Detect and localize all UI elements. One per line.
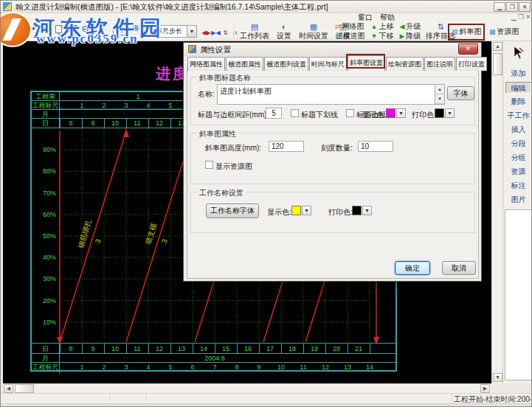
toolbar-stack-1-0[interactable]: ▲上移: [371, 21, 394, 31]
zoom-out-icon[interactable]: ⊖: [79, 24, 91, 35]
app-window: 翰文进度计划编制(横道图版) - [E:\翰文软件\翰文进度计划编制16.7.1…: [0, 0, 532, 407]
ruler-number-bottom: 7: [210, 363, 220, 372]
project-time-status: 工程开始-结束时间:2004/8/8-20: [454, 394, 531, 403]
month-value: 2004.8: [193, 355, 237, 363]
day-cell-bottom: 19: [303, 345, 325, 353]
work-print-color-swatch[interactable]: [352, 206, 362, 215]
ruler-step-combo[interactable]: 标尺步长 ▼: [153, 25, 197, 38]
minimize-button[interactable]: ▁: [494, 2, 505, 12]
dialog-tab-3[interactable]: 时间与标尺: [309, 57, 347, 71]
window-title: 翰文进度计划编制(横道图版) - [E:\翰文软件\翰文进度计划编制16.7.1…: [15, 2, 328, 13]
show-resource-checkbox[interactable]: [205, 161, 213, 169]
sidebar-item-图片[interactable]: 图片: [505, 194, 531, 206]
work-name-font-button[interactable]: 工作名称字体: [206, 204, 259, 218]
stack-icon: ⇄: [335, 23, 341, 30]
scroll-left-icon[interactable]: ◀: [4, 384, 13, 393]
dialog-title-bar[interactable]: 属性设置: [184, 43, 481, 56]
zoom-scale-button[interactable]: 1:1: [113, 26, 126, 35]
toolbar-button-0[interactable]: ▤工作列表: [237, 22, 272, 40]
scroll-up-icon[interactable]: ▲: [493, 42, 502, 51]
dialog-close-button[interactable]: ✕: [458, 44, 478, 55]
vertical-scrollbar[interactable]: ▲ ▼: [491, 41, 502, 383]
mdi-minimize-icon[interactable]: ▁: [511, 13, 517, 21]
copy-icon[interactable]: [54, 24, 66, 35]
chart-name-input[interactable]: 进度计划斜率图: [217, 84, 435, 105]
name-spinner[interactable]: ▲▼: [435, 84, 445, 105]
dialog-tab-0[interactable]: 网络图属性: [187, 57, 225, 71]
dialog-tab-5[interactable]: 绘制资源图: [386, 57, 424, 71]
week-value: 1: [134, 93, 142, 101]
display-color-dropdown-icon[interactable]: ▼: [396, 108, 406, 118]
spinner-down-icon[interactable]: ▼: [435, 94, 444, 104]
sidebar-item-插入[interactable]: 插入: [505, 124, 531, 136]
print-icon[interactable]: [16, 24, 29, 35]
sidebar-item-分组[interactable]: 分组: [505, 152, 531, 164]
undo-icon[interactable]: ↶: [29, 24, 41, 35]
spinner-up-icon[interactable]: ▲: [435, 85, 444, 94]
close-button[interactable]: ✕: [519, 2, 531, 12]
work-print-color-dropdown-icon[interactable]: ▼: [362, 206, 372, 215]
day-cell-bottom: 10: [104, 345, 126, 353]
select-cursor-icon[interactable]: [512, 46, 525, 63]
sidebar-item-标注[interactable]: 标注: [505, 180, 531, 192]
scroll-down-icon[interactable]: ▼: [493, 373, 502, 382]
stack-icon: ▶: [399, 32, 404, 40]
align-icon-0[interactable]: ◀▶: [201, 27, 211, 39]
align-icon-2[interactable]: ⇅: [221, 27, 230, 39]
toolbar-stack-1-1[interactable]: ▼下移: [371, 31, 394, 41]
display-color-swatch[interactable]: [386, 108, 395, 118]
sidebar-item-删除[interactable]: 删除: [505, 96, 531, 108]
work-display-color-dropdown-icon[interactable]: ▼: [302, 206, 311, 215]
ok-button[interactable]: 确定: [395, 261, 430, 275]
sidebar-item-子工作[interactable]: 子工作: [505, 110, 531, 122]
maximize-button[interactable]: ❐: [506, 2, 518, 12]
sidebar-item-编辑[interactable]: 编辑: [505, 82, 531, 94]
work-print-color-label: 打印色:: [328, 207, 353, 218]
title-underline-label: 标题下划线: [301, 110, 338, 120]
toolbar-stack-2-0[interactable]: ◀升级: [399, 21, 421, 31]
print-color-swatch[interactable]: [435, 108, 444, 118]
dialog-tab-2[interactable]: 横道图列设置: [264, 57, 308, 71]
work-display-color-swatch[interactable]: [291, 206, 301, 215]
title-underline-checkbox[interactable]: [291, 109, 299, 117]
day-cell-bottom: 17: [259, 345, 281, 353]
chart-height-input[interactable]: 120: [269, 141, 304, 152]
dialog-tab-1[interactable]: 横道图属性: [226, 57, 263, 71]
mdi-restore-icon[interactable]: ❐: [518, 13, 524, 21]
toolbar-file-icons: ↶↷⊖: [4, 24, 91, 37]
paste-icon[interactable]: [66, 24, 79, 35]
toolbar-button-2[interactable]: ▦时间设置: [296, 22, 331, 40]
new-file-icon[interactable]: [4, 24, 16, 35]
scroll-right-icon[interactable]: ▶: [480, 384, 490, 393]
sidebar-item-分段[interactable]: 分段: [505, 138, 531, 150]
spacing-input[interactable]: 5: [266, 108, 282, 119]
percent-label: 80%: [32, 167, 56, 175]
title-border-checkbox[interactable]: [346, 109, 354, 117]
toolbar-button-1[interactable]: ◐设置: [274, 22, 294, 40]
ruler-number-bottom: 8: [232, 363, 242, 372]
sidebar-item-添加[interactable]: 添加: [505, 68, 531, 80]
vertical-scroll-thumb[interactable]: [493, 53, 502, 75]
zoom-in-icon[interactable]: ⊕: [129, 23, 142, 35]
horizontal-scroll-thumb[interactable]: [15, 384, 34, 393]
cancel-button[interactable]: 取消: [442, 261, 476, 275]
scale-count-input[interactable]: 10: [358, 141, 393, 152]
align-icon-1[interactable]: ▶◀: [211, 27, 221, 39]
title-font-button[interactable]: 字体: [447, 86, 474, 100]
dialog-tab-6[interactable]: 图注说明: [424, 57, 455, 71]
menu-help[interactable]: 帮助: [378, 13, 397, 21]
horizontal-scrollbar[interactable]: ◀ ▶: [3, 383, 491, 393]
toolbar-stack-0-1[interactable]: ▥横道图: [335, 31, 365, 41]
menu-window[interactable]: 窗口: [356, 13, 375, 21]
redo-icon[interactable]: ↷: [41, 24, 54, 35]
toolbar-stack-2-1[interactable]: ▶降级: [399, 31, 421, 41]
print-color-dropdown-icon[interactable]: ▼: [445, 108, 455, 118]
toolbar-stack-0-0[interactable]: ⇄网络图: [335, 21, 365, 31]
sidebar-item-资源[interactable]: 资源: [505, 166, 531, 178]
resource-chart-button[interactable]: ▩ 资源图: [489, 27, 519, 36]
stack-icon: ▥: [335, 32, 342, 40]
combo-dropdown-icon[interactable]: ▼: [187, 26, 196, 37]
row-label-1: 工程标尺: [32, 102, 59, 110]
mdi-close-icon[interactable]: ✕: [525, 13, 531, 21]
dialog-tab-7[interactable]: 打印设置: [456, 57, 487, 71]
